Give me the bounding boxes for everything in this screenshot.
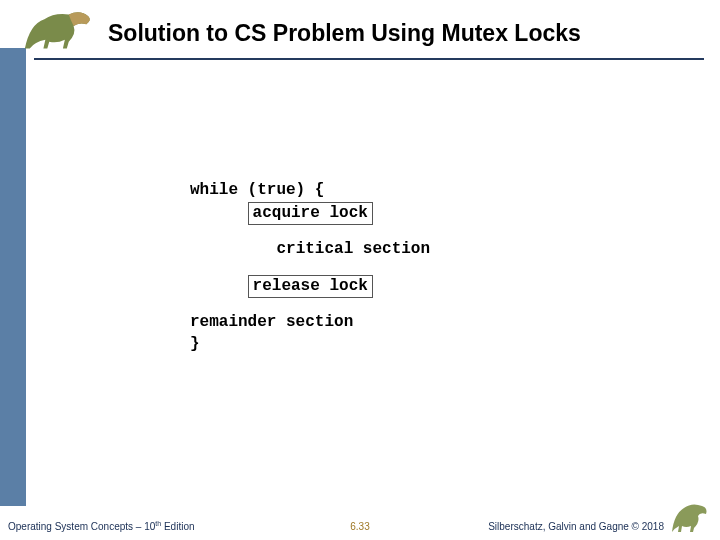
header-rule — [34, 58, 704, 60]
dinosaur-logo-icon — [20, 4, 98, 54]
code-acquire-row: acquire lock — [190, 202, 430, 226]
code-remainder: remainder section — [190, 312, 430, 334]
slide-title: Solution to CS Problem Using Mutex Locks — [108, 20, 581, 47]
release-lock-box: release lock — [248, 275, 373, 299]
code-release-row: release lock — [190, 275, 430, 299]
code-critical: critical section — [190, 239, 430, 261]
footer: Operating System Concepts – 10th Edition… — [0, 516, 720, 532]
code-block: while (true) { acquire lock critical sec… — [190, 180, 430, 356]
left-sidebar — [0, 48, 26, 506]
code-close: } — [190, 334, 430, 356]
acquire-lock-box: acquire lock — [248, 202, 373, 226]
footer-copyright: Silberschatz, Galvin and Gagne © 2018 — [488, 521, 664, 532]
code-while: while (true) { — [190, 180, 430, 202]
